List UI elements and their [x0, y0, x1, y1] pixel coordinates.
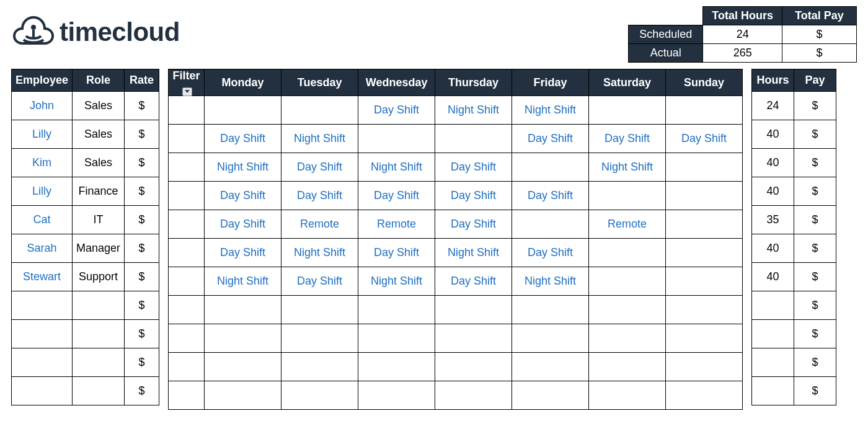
role-cell[interactable]: Finance	[73, 177, 125, 206]
shift-cell[interactable]: Day Shift	[205, 125, 281, 153]
rate-cell[interactable]: $	[125, 348, 159, 377]
shift-cell[interactable]: Night Shift	[512, 267, 589, 296]
shift-cell[interactable]	[205, 381, 281, 410]
shift-cell[interactable]: Day Shift	[435, 267, 512, 296]
rate-cell[interactable]: $	[125, 177, 159, 206]
role-cell[interactable]: Manager	[73, 234, 125, 263]
filter-cell[interactable]	[169, 324, 205, 353]
shift-cell[interactable]: Day Shift	[435, 182, 512, 210]
shift-cell[interactable]: Night Shift	[435, 239, 512, 267]
shift-cell[interactable]	[666, 182, 743, 210]
shift-cell[interactable]	[358, 125, 435, 153]
shift-cell[interactable]	[281, 324, 358, 353]
shift-cell[interactable]: Day Shift	[358, 182, 435, 210]
filter-cell[interactable]	[169, 296, 205, 324]
shift-cell[interactable]	[666, 96, 743, 125]
summary-actual-pay[interactable]: $	[782, 44, 857, 63]
filter-cell[interactable]	[169, 153, 205, 182]
shift-cell[interactable]: Night Shift	[589, 153, 666, 182]
shift-cell[interactable]	[358, 381, 435, 410]
shift-cell[interactable]: Day Shift	[281, 267, 358, 296]
summary-actual-hours[interactable]: 265	[703, 44, 782, 63]
role-cell[interactable]: Sales	[73, 149, 125, 177]
rate-cell[interactable]: $	[125, 377, 159, 405]
role-cell[interactable]: Support	[73, 263, 125, 291]
shift-cell[interactable]: Night Shift	[358, 153, 435, 182]
filter-cell[interactable]	[169, 125, 205, 153]
pay-cell[interactable]: $	[794, 320, 836, 348]
pay-cell[interactable]: $	[794, 348, 836, 377]
shift-cell[interactable]	[358, 296, 435, 324]
pay-cell[interactable]: $	[794, 291, 836, 320]
employee-cell[interactable]	[12, 320, 73, 348]
pay-cell[interactable]: $	[794, 377, 836, 405]
shift-cell[interactable]	[666, 324, 743, 353]
role-cell[interactable]: IT	[73, 206, 125, 234]
shift-cell[interactable]	[435, 125, 512, 153]
shift-cell[interactable]: Day Shift	[589, 125, 666, 153]
shift-cell[interactable]: Day Shift	[512, 239, 589, 267]
filter-header[interactable]: Filter	[169, 69, 205, 96]
shift-cell[interactable]	[281, 353, 358, 381]
role-cell[interactable]: Sales	[73, 92, 125, 120]
role-cell[interactable]	[73, 320, 125, 348]
pay-cell[interactable]: $	[794, 120, 836, 149]
rate-cell[interactable]: $	[125, 206, 159, 234]
shift-cell[interactable]	[435, 296, 512, 324]
employee-cell[interactable]: Cat	[12, 206, 73, 234]
rate-cell[interactable]: $	[125, 291, 159, 320]
pay-cell[interactable]: $	[794, 234, 836, 263]
shift-cell[interactable]	[589, 324, 666, 353]
hours-cell[interactable]	[752, 377, 794, 405]
rate-cell[interactable]: $	[125, 149, 159, 177]
hours-cell[interactable]: 40	[752, 234, 794, 263]
shift-cell[interactable]	[205, 296, 281, 324]
pay-cell[interactable]: $	[794, 149, 836, 177]
shift-cell[interactable]	[512, 210, 589, 239]
filter-cell[interactable]	[169, 353, 205, 381]
dropdown-icon[interactable]	[182, 87, 192, 96]
shift-cell[interactable]: Night Shift	[281, 239, 358, 267]
employee-cell[interactable]: Sarah	[12, 234, 73, 263]
filter-cell[interactable]	[169, 96, 205, 125]
role-cell[interactable]	[73, 291, 125, 320]
shift-cell[interactable]	[666, 239, 743, 267]
employee-cell[interactable]: Kim	[12, 149, 73, 177]
rate-cell[interactable]: $	[125, 120, 159, 149]
shift-cell[interactable]	[589, 353, 666, 381]
shift-cell[interactable]	[281, 381, 358, 410]
shift-cell[interactable]	[666, 381, 743, 410]
rate-cell[interactable]: $	[125, 92, 159, 120]
hours-cell[interactable]: 40	[752, 263, 794, 291]
filter-cell[interactable]	[169, 239, 205, 267]
shift-cell[interactable]	[589, 296, 666, 324]
employee-cell[interactable]: John	[12, 92, 73, 120]
role-cell[interactable]: Sales	[73, 120, 125, 149]
pay-cell[interactable]: $	[794, 263, 836, 291]
shift-cell[interactable]	[435, 353, 512, 381]
rate-cell[interactable]: $	[125, 263, 159, 291]
hours-cell[interactable]: 35	[752, 206, 794, 234]
shift-cell[interactable]	[205, 96, 281, 125]
shift-cell[interactable]	[512, 353, 589, 381]
shift-cell[interactable]	[205, 324, 281, 353]
shift-cell[interactable]: Remote	[358, 210, 435, 239]
shift-cell[interactable]: Remote	[281, 210, 358, 239]
shift-cell[interactable]	[666, 153, 743, 182]
summary-scheduled-pay[interactable]: $	[782, 25, 857, 44]
shift-cell[interactable]: Day Shift	[281, 182, 358, 210]
pay-cell[interactable]: $	[794, 92, 836, 120]
shift-cell[interactable]: Day Shift	[358, 96, 435, 125]
shift-cell[interactable]: Day Shift	[281, 153, 358, 182]
shift-cell[interactable]	[435, 381, 512, 410]
shift-cell[interactable]	[666, 267, 743, 296]
employee-cell[interactable]	[12, 291, 73, 320]
shift-cell[interactable]	[589, 96, 666, 125]
shift-cell[interactable]	[589, 182, 666, 210]
shift-cell[interactable]	[589, 381, 666, 410]
shift-cell[interactable]	[358, 353, 435, 381]
shift-cell[interactable]	[589, 239, 666, 267]
hours-cell[interactable]: 40	[752, 149, 794, 177]
shift-cell[interactable]: Day Shift	[435, 153, 512, 182]
shift-cell[interactable]	[281, 96, 358, 125]
